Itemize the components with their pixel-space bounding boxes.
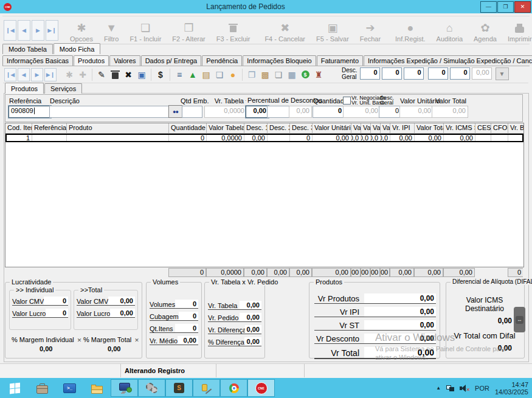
desconto1-input[interactable]: 0,00 (246, 106, 269, 118)
options-button[interactable]: ✱ (63, 68, 76, 81)
doc-settings-button[interactable]: ❏ (272, 68, 285, 81)
doc-forward-button[interactable]: ❏ (213, 68, 226, 81)
save-button[interactable]: ▣ (135, 68, 148, 81)
clock[interactable]: 14:47 14/03/2025 (495, 381, 528, 396)
nav-next-button[interactable]: ▶ (32, 20, 44, 41)
column-header-vr-icms-s-t-[interactable]: Vr. ICMS S.T. (444, 123, 475, 134)
remote-desktop[interactable] (111, 379, 138, 397)
tab-servi-os[interactable]: Serviços (44, 83, 82, 94)
auditoria-button[interactable]: ⌂Auditoria (431, 18, 468, 43)
clipboard-button[interactable]: ❐ (245, 68, 258, 81)
cancel-button[interactable]: ✖ (122, 68, 135, 81)
package-button[interactable]: ▩ (258, 68, 272, 81)
column-header-cfop[interactable]: CFOP (491, 123, 508, 134)
server-manager[interactable] (29, 379, 56, 397)
admin-tools[interactable] (193, 379, 220, 397)
tab-faturamento[interactable]: Faturamento (317, 55, 363, 66)
table-button[interactable]: ▦ (285, 68, 299, 81)
file-explorer[interactable] (83, 379, 111, 397)
column-header-cod-item[interactable]: Cod. Item (5, 123, 32, 134)
search-product-button[interactable] (168, 105, 182, 118)
imprimir-button[interactable]: Imprimir (502, 18, 532, 43)
delete-button[interactable] (108, 68, 122, 81)
grid-first-button[interactable]: ❙◀ (4, 68, 16, 81)
edit-button[interactable]: ✎ (95, 68, 108, 81)
clear-icon[interactable]: ✕ (134, 337, 139, 343)
column-header-cest[interactable]: CEST (475, 123, 491, 134)
powershell[interactable]: >_ (56, 379, 83, 397)
column-header-val[interactable]: Val (381, 123, 390, 134)
fechar-button[interactable]: ➔Fechar (354, 18, 386, 43)
clear-icon[interactable]: ✕ (77, 337, 82, 343)
money-circle-button[interactable]: $ (299, 68, 312, 81)
desc-geral-input-2[interactable]: 0 (382, 67, 402, 80)
column-header-val[interactable]: Val (351, 123, 361, 134)
grid-last-button[interactable]: ▶❙ (44, 68, 57, 81)
cne-app[interactable]: CNE (247, 379, 275, 397)
desc-geral-input-4[interactable]: 0 (428, 67, 448, 80)
tab-dados-p-entrega[interactable]: Dados p/ Entrega (141, 55, 202, 66)
grid-prev-button[interactable]: ◀ (18, 68, 30, 81)
column-header-quantidade[interactable]: Quantidade (169, 123, 207, 134)
building-button[interactable]: ♜ (312, 68, 325, 81)
apply-discount-button[interactable]: ▼ (496, 67, 509, 80)
add-button[interactable]: ✚ (76, 68, 89, 81)
nav-prev-button[interactable]: ◀ (18, 20, 30, 41)
agenda-button[interactable]: ✿Agenda (468, 18, 502, 43)
column-header-refer-ncia[interactable]: Referência (32, 123, 67, 134)
vr-negociado-checkbox[interactable] (343, 97, 351, 105)
quantidade-input[interactable]: 0 (313, 106, 344, 118)
desconto2-input[interactable] (267, 106, 291, 118)
tab-produtos[interactable]: Produtos (5, 83, 44, 94)
tab-modo-tabela[interactable]: Modo Tabela (2, 44, 53, 54)
volume-muted-icon[interactable]: ✕ (460, 385, 469, 392)
column-header-valor-total[interactable]: Valor Total (415, 123, 444, 134)
maximize-button[interactable]: ❐ (497, 1, 514, 13)
tab-informa-es-bloqueio[interactable]: Informações Bloqueio (243, 55, 316, 66)
language-indicator[interactable]: POR (475, 385, 489, 392)
column-header-desc-2[interactable]: Desc. 2 (268, 123, 290, 134)
side-panel-handle[interactable]: ↔ (514, 307, 525, 332)
filtro-button[interactable]: ▼Filtro (98, 18, 124, 43)
items-grid[interactable]: Cod. ItemReferênciaProdutoQuantidadeValo… (5, 123, 524, 267)
column-header-vr-b-c-[interactable]: Vr. B.C. (508, 123, 524, 134)
column-header-desc-3[interactable]: Desc. 3 (290, 123, 313, 134)
tab-informa-es-basicas[interactable]: Informações Basicas (2, 55, 73, 66)
f3-excluir-button[interactable]: F3 - Excluir (211, 18, 256, 43)
f4-cancelar-button[interactable]: ✖F4 - Cancelar (259, 18, 311, 43)
network-icon[interactable] (446, 385, 454, 391)
qtd-emb-input[interactable] (182, 106, 202, 118)
minimize-button[interactable]: — (480, 1, 497, 13)
desc-geral-input-3[interactable]: 0 (404, 67, 424, 80)
dollar-button[interactable]: $ (154, 68, 167, 81)
column-header-valor-unit-rio[interactable]: Valor Unitário (313, 123, 351, 134)
table-row[interactable]: 100,00000,0000,000,00,00,00,00,000,000,0… (5, 134, 523, 142)
coins-button[interactable]: ● (226, 68, 240, 81)
descricao-input[interactable] (49, 106, 170, 118)
close-button[interactable]: ✕ (514, 1, 531, 13)
referencia-input[interactable]: 090809 (9, 106, 51, 118)
camera-button[interactable]: ▤ (199, 68, 213, 81)
tray-expand-icon[interactable]: ▲ (436, 385, 441, 391)
list-button[interactable]: ≡ (173, 68, 186, 81)
start-button[interactable] (1, 379, 29, 397)
tab-informa-es-expedi-o-simula-o-expedic-o-cancelamento[interactable]: Informações Expedição / Simulação Expedi… (364, 55, 532, 66)
grid-next-button[interactable]: ▶ (31, 68, 43, 81)
sublime-text[interactable]: S (165, 379, 193, 397)
desc-geral-input-5[interactable]: 0 (450, 67, 470, 80)
column-header-produto[interactable]: Produto (67, 123, 169, 134)
opcoes-button[interactable]: ✱Opcoes (64, 18, 98, 43)
f5-salvar-button[interactable]: ▣F5 - Salvar (311, 18, 354, 43)
column-header-val[interactable]: Val (361, 123, 371, 134)
f2-alterar-button[interactable]: ❐F2 - Alterar (167, 18, 210, 43)
column-header-vr-ipi[interactable]: Vr. IPI (390, 123, 415, 134)
tab-valores[interactable]: Valores (109, 55, 140, 66)
tab-produtos[interactable]: Produtos (74, 55, 109, 66)
inf-regist-button[interactable]: ●Inf.Regist. (390, 18, 431, 43)
chrome[interactable] (220, 379, 247, 397)
desc-geral-form-input[interactable]: 0 (379, 106, 401, 118)
column-header-valor-tabela[interactable]: Valor Tabela (207, 123, 244, 134)
nav-first-button[interactable]: ❙◀ (4, 20, 16, 41)
tab-modo-ficha[interactable]: Modo Ficha (54, 43, 100, 54)
desc-geral-input-1[interactable]: 0 (360, 67, 380, 80)
